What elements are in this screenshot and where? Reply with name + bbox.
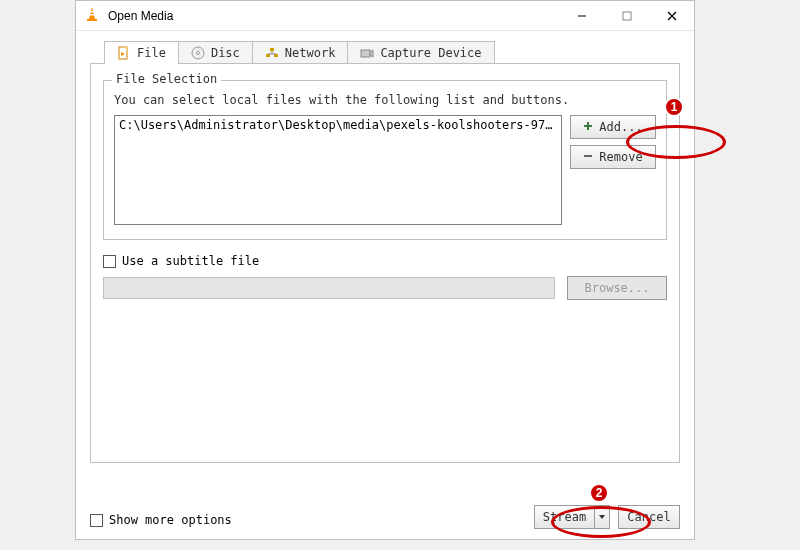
- stream-split-button[interactable]: Stream: [534, 505, 610, 529]
- svg-rect-3: [87, 19, 97, 21]
- tab-disc[interactable]: Disc: [178, 41, 253, 64]
- show-more-options[interactable]: Show more options: [90, 513, 232, 527]
- show-more-label: Show more options: [109, 513, 232, 527]
- subtitle-section: Use a subtitle file Browse...: [103, 254, 667, 300]
- plus-icon: [583, 120, 593, 134]
- svg-marker-0: [89, 7, 95, 19]
- disc-icon: [191, 46, 205, 60]
- tab-capture-label: Capture Device: [380, 46, 481, 60]
- stream-button-label: Stream: [543, 510, 586, 524]
- checkbox-icon: [103, 255, 116, 268]
- svg-marker-23: [599, 515, 605, 519]
- tab-network[interactable]: Network: [252, 41, 349, 64]
- svg-rect-5: [623, 12, 631, 20]
- remove-button-label: Remove: [599, 150, 642, 164]
- tab-panel: File Selection You can select local file…: [90, 63, 680, 463]
- file-selection-help: You can select local files with the foll…: [114, 93, 656, 107]
- svg-rect-2: [89, 14, 95, 16]
- browse-button-label: Browse...: [584, 281, 649, 295]
- file-selection-legend: File Selection: [112, 72, 221, 86]
- subtitle-path-input: [103, 277, 555, 299]
- file-list[interactable]: C:\Users\Administrator\Desktop\media\pex…: [114, 115, 562, 225]
- file-selection-group: File Selection You can select local file…: [103, 80, 667, 240]
- open-media-dialog: Open Media File Disc Network Capture Dev: [75, 0, 695, 540]
- cancel-button[interactable]: Cancel: [618, 505, 680, 529]
- tab-file[interactable]: File: [104, 41, 179, 64]
- svg-point-12: [196, 52, 199, 55]
- add-button-label: Add...: [599, 120, 642, 134]
- stream-button[interactable]: Stream: [534, 505, 594, 529]
- annotation-badge-2: 2: [589, 483, 609, 503]
- remove-button[interactable]: Remove: [570, 145, 656, 169]
- minimize-button[interactable]: [559, 1, 604, 31]
- svg-rect-15: [270, 48, 274, 51]
- svg-rect-18: [361, 50, 370, 57]
- checkbox-icon: [90, 514, 103, 527]
- tab-capture[interactable]: Capture Device: [347, 41, 494, 64]
- window-title: Open Media: [108, 9, 173, 23]
- browse-button: Browse...: [567, 276, 667, 300]
- tab-network-label: Network: [285, 46, 336, 60]
- tab-bar: File Disc Network Capture Device: [104, 41, 680, 64]
- subtitle-checkbox-label: Use a subtitle file: [122, 254, 259, 268]
- svg-rect-1: [90, 11, 95, 13]
- capture-icon: [360, 46, 374, 60]
- client-area: File Disc Network Capture Device File Se…: [76, 31, 694, 477]
- add-button[interactable]: Add...: [570, 115, 656, 139]
- network-icon: [265, 46, 279, 60]
- minus-icon: [583, 150, 593, 164]
- stream-dropdown-toggle[interactable]: [594, 505, 610, 529]
- maximize-button[interactable]: [604, 1, 649, 31]
- chevron-down-icon: [598, 510, 606, 524]
- cancel-button-label: Cancel: [627, 510, 670, 524]
- tab-disc-label: Disc: [211, 46, 240, 60]
- footer-buttons: Stream Cancel: [534, 505, 680, 529]
- tab-file-label: File: [137, 46, 166, 60]
- vlc-cone-icon: [84, 6, 100, 25]
- titlebar: Open Media: [76, 1, 694, 31]
- window-controls: [559, 1, 694, 31]
- subtitle-checkbox[interactable]: Use a subtitle file: [103, 254, 667, 268]
- close-button[interactable]: [649, 1, 694, 31]
- file-icon: [117, 46, 131, 60]
- file-list-item[interactable]: C:\Users\Administrator\Desktop\media\pex…: [115, 116, 561, 134]
